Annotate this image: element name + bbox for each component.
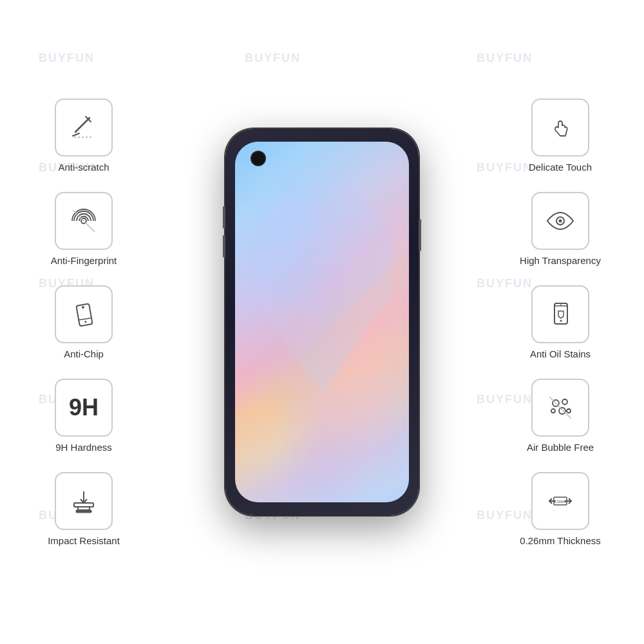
phone-button-power	[419, 219, 421, 251]
thickness-label: 0.26mm Thickness	[520, 535, 601, 546]
anti-scratch-icon	[68, 111, 100, 144]
phone-button-volume-down	[223, 235, 225, 258]
feature-delicate-touch: Delicate Touch	[529, 99, 592, 173]
svg-point-15	[559, 219, 562, 222]
anti-oil-stains-icon	[544, 298, 576, 330]
svg-rect-12	[76, 510, 91, 513]
feature-anti-oil-stains: Anti Oil Stains	[530, 285, 591, 359]
anti-chip-icon-box	[55, 285, 113, 343]
anti-chip-label: Anti-Chip	[64, 348, 104, 359]
camera-hole	[252, 152, 265, 165]
high-transparency-icon	[544, 205, 576, 237]
features-left: Anti-scratch Anti-Fingerprint	[19, 99, 148, 546]
high-transparency-label: High Transparency	[520, 255, 601, 266]
anti-chip-icon	[68, 298, 100, 330]
svg-point-22	[551, 409, 555, 413]
svg-line-7	[78, 318, 91, 320]
anti-scratch-label: Anti-scratch	[58, 162, 109, 173]
air-bubble-free-label: Air Bubble Free	[527, 442, 594, 453]
phone-container	[148, 26, 496, 618]
thickness-icon: 0.26MM	[544, 485, 576, 517]
9h-hardness-icon-box: 9H	[55, 379, 113, 437]
impact-resistant-icon	[68, 485, 100, 517]
feature-impact-resistant: Impact Resistant	[48, 472, 120, 546]
svg-point-23	[559, 408, 565, 414]
svg-point-19	[560, 304, 562, 305]
air-bubble-free-icon	[544, 392, 576, 424]
delicate-touch-icon-box	[531, 99, 589, 156]
feature-anti-scratch: Anti-scratch	[55, 99, 113, 173]
svg-point-21	[562, 399, 567, 404]
svg-point-9	[82, 305, 85, 308]
heart-shape	[244, 171, 401, 387]
anti-scratch-icon-box	[55, 99, 113, 156]
impact-resistant-icon-box	[55, 472, 113, 530]
feature-9h-hardness: 9H 9H Hardness	[55, 379, 113, 453]
phone-device	[225, 129, 419, 515]
svg-line-25	[549, 397, 571, 419]
9h-hardness-label: 9H Hardness	[55, 442, 112, 453]
delicate-touch-icon	[544, 111, 576, 144]
feature-air-bubble-free: Air Bubble Free	[527, 379, 594, 453]
feature-thickness: 0.26MM 0.26mm Thickness	[520, 472, 601, 546]
svg-point-8	[84, 321, 86, 323]
high-transparency-icon-box	[531, 192, 589, 250]
feature-high-transparency: High Transparency	[520, 192, 601, 266]
delicate-touch-label: Delicate Touch	[529, 162, 592, 173]
phone-notch	[235, 142, 409, 174]
anti-fingerprint-icon-box	[55, 192, 113, 250]
phone-screen	[235, 142, 409, 502]
svg-line-0	[75, 118, 90, 132]
svg-rect-11	[78, 507, 90, 510]
features-right: Delicate Touch High Transparency	[496, 99, 625, 546]
feature-anti-fingerprint: Anti-Fingerprint	[51, 192, 117, 266]
feature-anti-chip: Anti-Chip	[55, 285, 113, 359]
anti-fingerprint-icon	[68, 205, 100, 237]
impact-resistant-label: Impact Resistant	[48, 535, 120, 546]
anti-fingerprint-label: Anti-Fingerprint	[51, 255, 117, 266]
main-layout: Anti-scratch Anti-Fingerprint	[0, 0, 644, 644]
svg-point-17	[560, 319, 562, 321]
air-bubble-free-icon-box	[531, 379, 589, 437]
phone-button-volume-up	[223, 206, 225, 229]
9h-hardness-text: 9H	[69, 396, 99, 419]
svg-rect-6	[76, 303, 92, 326]
svg-text:0.26MM: 0.26MM	[553, 500, 567, 504]
svg-line-2	[73, 133, 79, 136]
anti-oil-stains-label: Anti Oil Stains	[530, 348, 591, 359]
anti-oil-stains-icon-box	[531, 285, 589, 343]
thickness-icon-box: 0.26MM	[531, 472, 589, 530]
svg-point-24	[567, 409, 571, 413]
